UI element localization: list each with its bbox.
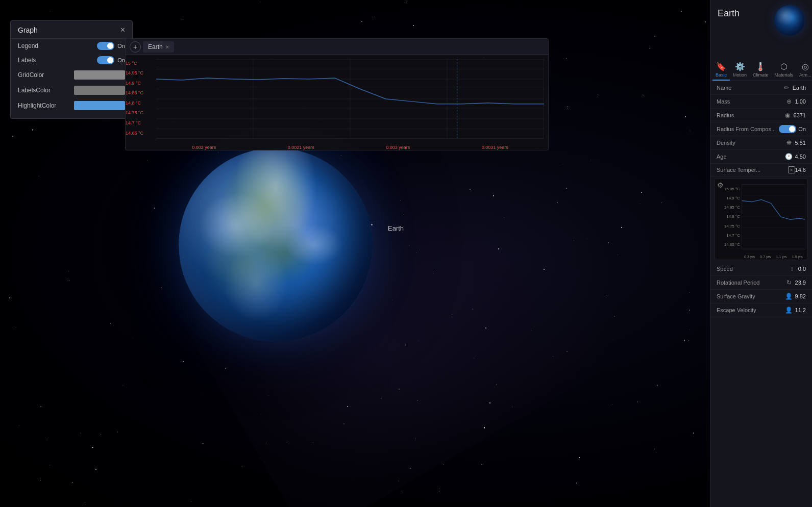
mini-chart-svg xyxy=(742,185,805,249)
prop-surface-temp-value: 14.6 xyxy=(795,167,806,173)
radius-compos-toggle-track[interactable] xyxy=(779,125,796,133)
climate-icon: 🌡️ xyxy=(755,62,766,71)
labels-toggle-track[interactable] xyxy=(97,56,114,64)
mini-y-5: 14.7 °C xyxy=(715,233,742,238)
gridcolor-row: GridColor xyxy=(11,67,132,83)
chart-body: 15 °C 14.95 °C 14.9 °C 14.85 °C 14.8 °C … xyxy=(126,55,548,151)
highlightcolor-swatch[interactable] xyxy=(74,101,125,110)
radius-compos-toggle-value: On xyxy=(798,126,806,132)
mini-x-1: 0.7 yrs xyxy=(760,255,771,259)
labels-toggle-value: On xyxy=(117,57,125,63)
chart-tabs: + Earth × xyxy=(126,39,548,55)
highlightcolor-row: HighlightColor xyxy=(11,98,132,113)
prop-speed: Speed ↕ 0.0 xyxy=(710,262,812,276)
mini-y-6: 14.65 °C xyxy=(715,242,742,247)
nav-motion-label: Motion xyxy=(733,72,747,78)
prop-surface-gravity: Surface Gravity 👤 9.82 xyxy=(710,290,812,303)
graph-panel: Graph × Legend On Labels On GridColor La… xyxy=(10,20,133,119)
prop-density: Density ❋ 5.51 xyxy=(710,136,812,150)
mini-chart-x-labels: 0.3 yrs 0.7 yrs 1.1 yrs 1.5 yrs xyxy=(742,255,805,259)
labels-row: Labels On xyxy=(11,53,132,67)
mini-y-2: 14.85 °C xyxy=(715,205,742,210)
prop-radius-compos: Radius From Compos... On xyxy=(710,122,812,136)
y-label-4: 14.8 °C xyxy=(126,100,141,106)
bookmark-icon: 🔖 xyxy=(716,62,726,71)
gridcolor-label: GridColor xyxy=(18,71,69,79)
graph-panel-title: Graph xyxy=(18,26,38,34)
legend-toggle-value: On xyxy=(117,43,125,49)
prop-name-label: Name xyxy=(717,85,780,91)
nav-tab-basic[interactable]: 🔖 Basic xyxy=(712,59,730,81)
prop-radius-compos-label: Radius From Compos... xyxy=(717,126,779,132)
nav-tab-materials[interactable]: ⬡ Materials xyxy=(772,59,797,81)
prop-age: Age 🕐 4.50 xyxy=(710,150,812,164)
prop-escape-velocity: Escape Velocity 👤 11.2 xyxy=(710,303,812,317)
atm-icon: ◎ xyxy=(802,62,809,71)
edit-icon[interactable]: ✏ xyxy=(782,84,791,92)
legend-toggle-track[interactable] xyxy=(97,42,114,50)
prop-mass-label: Mass xyxy=(717,98,783,105)
prop-rotational-period-label: Rotational Period xyxy=(717,280,783,286)
labelscolor-swatch[interactable] xyxy=(74,86,125,95)
gravity-icon: 👤 xyxy=(785,292,793,300)
chart-add-button[interactable]: + xyxy=(130,41,141,53)
nav-tab-atm[interactable]: ◎ Atm... xyxy=(796,59,812,81)
y-label-0: 15 °C xyxy=(126,61,137,66)
nav-tab-climate[interactable]: 🌡️ Climate xyxy=(750,59,772,81)
prop-radius-value: 6371 xyxy=(794,112,806,118)
motion-icon: ⚙️ xyxy=(735,62,745,71)
prop-surface-temp: Surface Temper... × 14.6 xyxy=(710,164,812,176)
labelscolor-row: LabelsColor xyxy=(11,83,132,98)
x-label-1: 0.0021 years xyxy=(288,145,314,150)
nav-climate-label: Climate xyxy=(753,72,769,78)
prop-radius: Radius ◉ 6371 xyxy=(710,109,812,122)
prop-name: Name ✏ Earth xyxy=(710,81,812,95)
labels-toggle[interactable]: On xyxy=(97,56,125,64)
planet-thumbnail xyxy=(774,5,805,36)
plus-icon: + xyxy=(133,43,137,51)
chart-tab-close[interactable]: × xyxy=(166,44,169,50)
graph-chart-panel: + Earth × 15 °C 14.95 °C 14.9 °C 14.85 °… xyxy=(125,38,549,150)
radius-icon: ◉ xyxy=(783,111,792,119)
earth-globe[interactable] xyxy=(179,148,373,342)
prop-density-value: 5.51 xyxy=(795,140,806,146)
density-icon: ❋ xyxy=(785,139,793,147)
earth-label: Earth xyxy=(388,224,404,232)
radius-compos-toggle[interactable]: On xyxy=(779,125,806,133)
y-label-3: 14.85 °C xyxy=(126,90,143,95)
prop-escape-velocity-value: 11.2 xyxy=(795,307,806,313)
chart-y-axis: 15 °C 14.95 °C 14.9 °C 14.85 °C 14.8 °C … xyxy=(126,59,155,139)
prop-density-label: Density xyxy=(717,140,783,146)
earth-clouds xyxy=(179,148,373,342)
right-panel-title: Earth xyxy=(718,8,740,19)
nav-atm-label: Atm... xyxy=(799,72,811,78)
labels-label: Labels xyxy=(18,57,92,64)
mini-y-4: 14.75 °C xyxy=(715,224,742,229)
chart-tab-earth[interactable]: Earth × xyxy=(143,41,174,53)
mini-chart[interactable]: ⚙ 15.05 °C 14.9 °C 14.85 °C 14.8 °C 14.7… xyxy=(715,179,808,260)
prop-name-value: Earth xyxy=(793,85,806,91)
prop-age-value: 4.50 xyxy=(795,154,806,160)
right-panel: Earth 🔖 Basic ⚙️ Motion 🌡️ Climate ⬡ Mat… xyxy=(710,0,812,507)
age-icon: 🕐 xyxy=(785,153,793,161)
surface-temp-x-button[interactable]: × xyxy=(788,166,795,173)
y-label-6: 14.7 °C xyxy=(126,120,141,125)
speed-icon: ↕ xyxy=(788,265,796,273)
graph-panel-header: Graph × xyxy=(11,21,132,39)
chart-svg xyxy=(156,59,544,139)
nav-materials-label: Materials xyxy=(775,72,794,78)
gridcolor-swatch[interactable] xyxy=(74,70,125,80)
prop-radius-label: Radius xyxy=(717,112,781,118)
mini-y-3: 14.8 °C xyxy=(715,214,742,219)
labels-toggle-thumb xyxy=(107,57,113,63)
y-label-5: 14.75 °C xyxy=(126,110,143,115)
highlightcolor-label: HighlightColor xyxy=(18,102,69,109)
graph-close-button[interactable]: × xyxy=(120,26,125,34)
prop-mass: Mass ⊕ 1.00 xyxy=(710,95,812,109)
mini-x-0: 0.3 yrs xyxy=(744,255,755,259)
legend-toggle[interactable]: On xyxy=(97,42,125,50)
nav-tab-motion[interactable]: ⚙️ Motion xyxy=(730,59,750,81)
legend-label: Legend xyxy=(18,42,92,49)
prop-surface-gravity-value: 9.82 xyxy=(795,293,806,299)
mini-x-3: 1.5 yrs xyxy=(792,255,803,259)
